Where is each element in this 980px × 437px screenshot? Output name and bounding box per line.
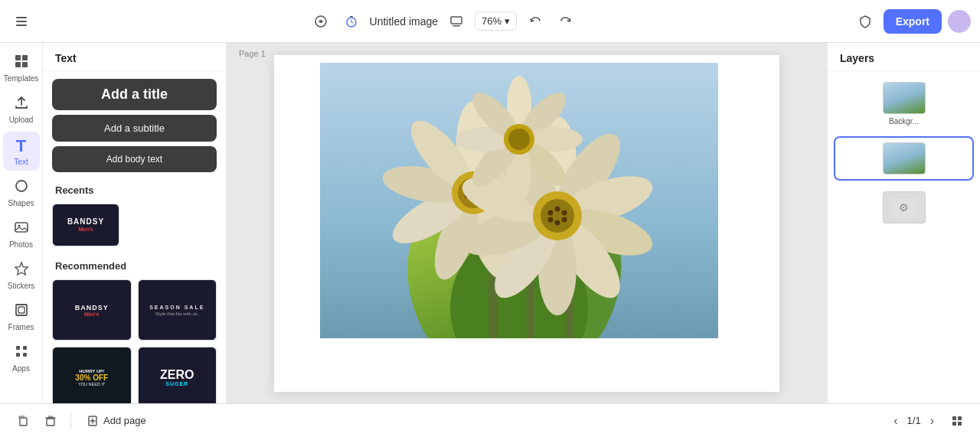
timer-icon-button[interactable] (339, 9, 364, 34)
rec-bandsy2-text: BANDSY Men's (75, 304, 109, 317)
rec-item-season[interactable]: SEASON SALE Style that fits with us. (138, 279, 217, 341)
text-label: Text (14, 158, 28, 166)
prev-page-button[interactable]: ‹ (890, 411, 900, 431)
page-count: 1/1 (907, 415, 921, 426)
layers-title: Layers (828, 43, 980, 71)
layer-thumbnail-icon: ⚙ (883, 191, 926, 223)
rec-zero-text: ZERO SUGER (160, 369, 194, 386)
toolbar-center: Untitled image 76% ▾ (40, 9, 847, 34)
recents-row: BANDSY Men's (43, 201, 226, 253)
svg-point-12 (16, 181, 27, 191)
shapes-icon (14, 178, 29, 197)
svg-rect-79 (958, 422, 962, 426)
zoom-control[interactable]: 76% ▾ (475, 11, 517, 31)
recent-item-bandsy[interactable]: BANDSY Men's (52, 204, 119, 246)
bottom-bar: Add page ‹ 1/1 › (0, 403, 980, 437)
sidebar-item-templates[interactable]: Templates (3, 49, 40, 87)
rec-item-bandsy2[interactable]: BANDSY Men's (52, 279, 132, 341)
svg-rect-5 (350, 16, 353, 18)
frames-label: Frames (8, 323, 34, 331)
canvas-image[interactable] (320, 63, 718, 338)
frames-icon (14, 302, 29, 321)
apps-label: Apps (12, 364, 30, 373)
apps-icon (14, 344, 29, 363)
svg-point-72 (508, 129, 530, 150)
add-page-button[interactable]: Add page (80, 412, 152, 430)
copy-icon-button[interactable] (12, 410, 34, 432)
zoom-level: 76% (482, 15, 501, 27)
templates-icon (14, 54, 29, 73)
add-subtitle-button[interactable]: Add a subtitle (52, 115, 217, 142)
rec-season-text: SEASON SALE Style that fits with us. (149, 305, 204, 316)
svg-rect-10 (15, 62, 21, 67)
recent-bandsy-text: BANDSY Men's (67, 217, 104, 233)
menu-icon-button[interactable] (9, 9, 34, 34)
svg-point-61 (548, 217, 554, 222)
undo-button[interactable] (523, 9, 547, 34)
layer-thumbnail-image (883, 142, 926, 174)
grid-icon-button[interactable] (946, 410, 968, 432)
svg-rect-13 (15, 223, 28, 232)
zoom-chevron-icon: ▾ (505, 15, 510, 27)
sidebar-item-stickers[interactable]: Stickers (3, 256, 40, 295)
photos-icon (14, 220, 29, 239)
redo-button[interactable] (554, 9, 578, 34)
main-area: Templates Upload T Text Shapes (0, 43, 980, 403)
layers-panel: Layers Backgr... ⚙ (827, 43, 980, 403)
next-page-button[interactable]: › (927, 411, 937, 431)
sidebar-item-photos[interactable]: Photos (3, 215, 40, 253)
add-page-label: Add page (103, 415, 146, 426)
add-body-button[interactable]: Add body text (52, 146, 217, 172)
recommended-grid: BANDSY Men's SEASON SALE Style that fits… (43, 276, 226, 403)
toolbar: Untitled image 76% ▾ (0, 0, 980, 43)
page-nav: ‹ 1/1 › (890, 411, 937, 431)
sidebar-item-upload[interactable]: Upload (3, 90, 40, 129)
sidebar-item-frames[interactable]: Frames (3, 298, 40, 336)
svg-rect-76 (952, 416, 956, 420)
svg-point-58 (562, 210, 567, 215)
svg-point-59 (562, 217, 567, 222)
layers-content: Backgr... ⚙ (828, 71, 980, 234)
bottom-separator (70, 413, 71, 429)
stickers-icon (14, 261, 29, 280)
rec-item-zero[interactable]: ZERO SUGER (138, 347, 217, 403)
svg-rect-0 (16, 17, 27, 18)
page-label: Page 1 (239, 49, 266, 58)
photos-label: Photos (9, 240, 33, 249)
templates-label: Templates (4, 74, 39, 83)
doc-title: Untitled image (370, 15, 439, 28)
svg-rect-2 (16, 24, 27, 26)
add-title-button[interactable]: Add a title (52, 79, 217, 110)
sidebar-item-text[interactable]: T Text (3, 132, 40, 171)
shield-icon-button[interactable] (853, 9, 877, 34)
canvas-area: Page 1 (227, 43, 827, 403)
svg-rect-77 (958, 416, 962, 420)
svg-rect-8 (15, 55, 21, 60)
toolbar-right: Export (853, 9, 971, 34)
sidebar-item-shapes[interactable]: Shapes (3, 174, 40, 212)
avatar (948, 10, 971, 33)
svg-point-62 (548, 210, 554, 215)
svg-rect-20 (23, 353, 27, 357)
layer-item-image[interactable] (834, 136, 974, 181)
svg-point-57 (555, 206, 560, 211)
svg-point-14 (18, 225, 20, 227)
layer-item-background[interactable]: Backgr... (834, 77, 974, 130)
text-panel: Text Add a title Add a subtitle Add body… (43, 43, 227, 403)
layout-icon-button[interactable] (444, 9, 469, 34)
flower-svg (320, 63, 718, 338)
sidebar-item-apps[interactable]: Apps (3, 339, 40, 377)
magic-icon-button[interactable] (309, 9, 333, 34)
svg-rect-9 (22, 55, 28, 60)
export-button[interactable]: Export (884, 9, 942, 34)
layer-item-icon[interactable]: ⚙ (834, 187, 974, 228)
toolbar-left (9, 9, 34, 34)
svg-rect-11 (22, 62, 28, 67)
rec-item-hurry[interactable]: HURRY UP! 30% OFF YOU NEED IT (52, 347, 132, 403)
canvas-page[interactable] (274, 55, 779, 392)
delete-icon-button[interactable] (40, 410, 61, 432)
text-icon: T (16, 136, 26, 156)
svg-rect-74 (47, 419, 54, 426)
svg-rect-19 (16, 353, 20, 357)
svg-rect-78 (952, 422, 956, 426)
